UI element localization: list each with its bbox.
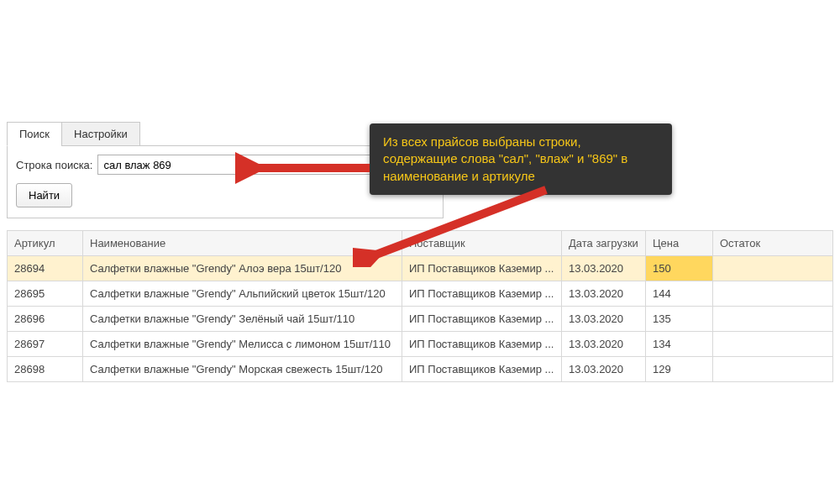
- table-row[interactable]: 28696Салфетки влажные "Grendy" Зелёный ч…: [8, 307, 833, 332]
- cell-price: 129: [646, 357, 713, 382]
- tab-settings[interactable]: Настройки: [61, 122, 140, 146]
- cell-supplier: ИП Поставщиков Каземир ...: [402, 357, 562, 382]
- table-row[interactable]: 28698Салфетки влажные "Grendy" Морская с…: [8, 357, 833, 382]
- cell-date: 13.03.2020: [562, 256, 646, 281]
- cell-date: 13.03.2020: [562, 357, 646, 382]
- cell-price: 150: [646, 256, 713, 281]
- cell-name: Салфетки влажные "Grendy" Альпийский цве…: [83, 281, 402, 307]
- cell-name: Салфетки влажные "Grendy" Зелёный чай 15…: [83, 307, 402, 332]
- table-header-row: Артикул Наименование Поставщик Дата загр…: [8, 231, 833, 256]
- cell-supplier: ИП Поставщиков Каземир ...: [402, 332, 562, 357]
- cell-name: Салфетки влажные "Grendy" Мелисса с лимо…: [83, 332, 402, 357]
- cell-rest: [713, 307, 833, 332]
- results-table: Артикул Наименование Поставщик Дата загр…: [7, 230, 833, 382]
- table-row[interactable]: 28697Салфетки влажные "Grendy" Мелисса с…: [8, 332, 833, 357]
- cell-price: 134: [646, 332, 713, 357]
- col-supplier[interactable]: Поставщик: [402, 231, 562, 256]
- cell-rest: [713, 281, 833, 307]
- table-row[interactable]: 28695Салфетки влажные "Grendy" Альпийски…: [8, 281, 833, 307]
- tab-search[interactable]: Поиск: [7, 122, 62, 146]
- col-rest[interactable]: Остаток: [713, 231, 833, 256]
- cell-rest: [713, 357, 833, 382]
- cell-article: 28697: [8, 332, 83, 357]
- cell-date: 13.03.2020: [562, 307, 646, 332]
- cell-article: 28696: [8, 307, 83, 332]
- cell-date: 13.03.2020: [562, 281, 646, 307]
- cell-name: Салфетки влажные "Grendy" Морская свежес…: [83, 357, 402, 382]
- cell-date: 13.03.2020: [562, 332, 646, 357]
- cell-supplier: ИП Поставщиков Каземир ...: [402, 256, 562, 281]
- col-article[interactable]: Артикул: [8, 231, 83, 256]
- annotation-callout: Из всех прайсов выбраны строки, содержащ…: [370, 123, 672, 195]
- cell-article: 28698: [8, 357, 83, 382]
- search-button[interactable]: Найти: [16, 183, 72, 207]
- cell-price: 135: [646, 307, 713, 332]
- cell-supplier: ИП Поставщиков Каземир ...: [402, 307, 562, 332]
- cell-rest: [713, 332, 833, 357]
- col-date[interactable]: Дата загрузки: [562, 231, 646, 256]
- col-name[interactable]: Наименование: [83, 231, 402, 256]
- search-label: Строка поиска:: [16, 159, 92, 171]
- cell-supplier: ИП Поставщиков Каземир ...: [402, 281, 562, 307]
- cell-price: 144: [646, 281, 713, 307]
- cell-article: 28695: [8, 281, 83, 307]
- cell-rest: [713, 256, 833, 281]
- cell-article: 28694: [8, 256, 83, 281]
- cell-name: Салфетки влажные "Grendy" Алоэ вера 15шт…: [83, 256, 402, 281]
- col-price[interactable]: Цена: [646, 231, 713, 256]
- table-row[interactable]: 28694Салфетки влажные "Grendy" Алоэ вера…: [8, 256, 833, 281]
